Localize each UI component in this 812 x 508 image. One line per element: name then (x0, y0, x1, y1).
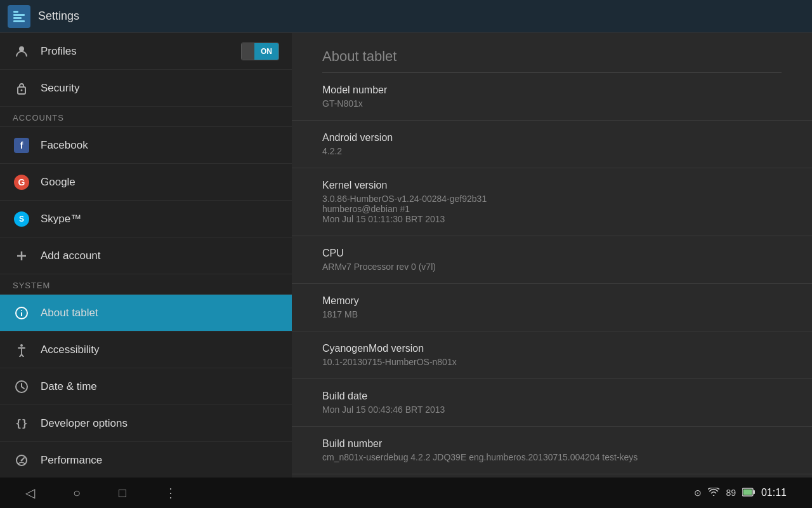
info-row-cpu: CPU ARMv7 Processor rev 0 (v7l) (292, 236, 812, 284)
add-account-icon (13, 247, 30, 265)
info-row-model: Model number GT-N801x (292, 73, 812, 121)
info-label-cpu: CPU (322, 248, 782, 259)
battery-percent: 89 (726, 488, 736, 498)
content-panel: About tablet Model number GT-N801x Andro… (292, 33, 812, 478)
about-tablet-icon (13, 304, 30, 322)
svg-point-4 (19, 46, 24, 51)
info-value-model: GT-N801x (322, 98, 782, 109)
bottombar: ◁ ○ □ ⋮ ⊙ 89 01:11 (0, 478, 812, 508)
date-time-label: Date & time (41, 380, 97, 393)
sidebar-item-profiles[interactable]: Profiles ON (0, 33, 292, 70)
performance-label: Performance (41, 454, 102, 467)
sidebar-item-developer[interactable]: {} Developer options (0, 405, 292, 442)
info-label-cyanogenmod: CyanogenMod version (322, 343, 782, 354)
toggle-off (242, 43, 254, 60)
add-account-label: Add account (41, 250, 101, 262)
info-label-model: Model number (322, 84, 782, 96)
sidebar-item-about-tablet[interactable]: About tablet (0, 295, 292, 331)
topbar: Settings (0, 0, 812, 33)
skype-icon: S (13, 210, 30, 228)
info-value-build-number: cm_n801x-userdebug 4.2.2 JDQ39E eng.humb… (322, 452, 782, 462)
info-label-android: Android version (322, 132, 782, 144)
facebook-icon: f (13, 137, 30, 154)
sidebar-item-performance[interactable]: Performance (0, 442, 292, 478)
sidebar-item-google[interactable]: G Google (0, 164, 292, 201)
info-row-memory: Memory 1817 MB (292, 284, 812, 331)
home-button[interactable]: ○ (73, 486, 81, 500)
facebook-label: Facebook (41, 139, 88, 152)
accounts-section-header: ACCOUNTS (0, 107, 292, 127)
sidebar-item-accessibility[interactable]: Accessibility (0, 331, 292, 368)
info-label-memory: Memory (322, 295, 782, 307)
info-label-kernel: Kernel version (322, 180, 782, 191)
developer-icon: {} (13, 415, 30, 432)
info-row-build-number: Build number cm_n801x-userdebug 4.2.2 JD… (292, 427, 812, 474)
profiles-toggle[interactable]: ON (241, 43, 279, 60)
svg-line-15 (22, 387, 24, 389)
status-time: 01:11 (761, 487, 787, 498)
info-row-android: Android version 4.2.2 (292, 121, 812, 168)
security-icon (13, 79, 30, 97)
info-value-cyanogenmod: 10.1-20130715-HumberOS-n801x (322, 357, 782, 367)
menu-button[interactable]: ⋮ (164, 485, 177, 500)
skype-label: Skype™ (41, 213, 81, 225)
profiles-icon (13, 43, 30, 60)
toggle-on: ON (254, 43, 278, 60)
info-value-cpu: ARMv7 Processor rev 0 (v7l) (322, 262, 782, 272)
info-value-android: 4.2.2 (322, 146, 782, 156)
svg-point-12 (20, 344, 23, 347)
sidebar-item-add-account[interactable]: Add account (0, 237, 292, 274)
info-row-kernel: Kernel version 3.0.86-HumberOS-v1.24-002… (292, 168, 812, 236)
info-label-build-date: Build date (322, 391, 782, 402)
sidebar-item-date-time[interactable]: Date & time (0, 368, 292, 405)
app-title: Settings (38, 10, 79, 23)
battery-icon (742, 488, 755, 498)
sidebar-item-security[interactable]: Security (0, 70, 292, 107)
svg-point-11 (21, 310, 22, 311)
svg-rect-19 (753, 490, 755, 494)
nav-buttons: ◁ ○ □ ⋮ (25, 485, 177, 500)
developer-label: Developer options (41, 417, 128, 430)
svg-point-6 (21, 89, 23, 91)
svg-point-17 (21, 459, 23, 461)
date-time-icon (13, 378, 30, 396)
accessibility-icon (13, 341, 30, 359)
info-value-build-date: Mon Jul 15 00:43:46 BRT 2013 (322, 404, 782, 415)
info-row-build-date: Build date Mon Jul 15 00:43:46 BRT 2013 (292, 379, 812, 427)
content-title: About tablet (292, 33, 812, 72)
sidebar-item-facebook[interactable]: f Facebook (0, 127, 292, 164)
svg-rect-20 (743, 489, 752, 495)
accessibility-label: Accessibility (41, 344, 100, 356)
google-icon: G (13, 173, 30, 191)
info-label-build-number: Build number (322, 438, 782, 450)
performance-icon (13, 451, 30, 469)
status-bar: ⊙ 89 01:11 (694, 487, 787, 498)
system-section-header: SYSTEM (0, 274, 292, 295)
profiles-label: Profiles (41, 45, 241, 58)
security-label: Security (41, 82, 79, 95)
svg-rect-2 (13, 17, 22, 19)
sidebar-item-skype[interactable]: S Skype™ (0, 201, 292, 237)
recents-button[interactable]: □ (119, 486, 126, 500)
sync-icon: ⊙ (694, 488, 702, 498)
sidebar: Profiles ON Security ACCOUNTS f (0, 33, 292, 478)
svg-rect-1 (13, 14, 25, 16)
svg-rect-0 (13, 11, 18, 13)
info-value-memory: 1817 MB (322, 309, 782, 319)
google-label: Google (41, 176, 75, 189)
main-layout: Profiles ON Security ACCOUNTS f (0, 33, 812, 478)
info-value-kernel: 3.0.86-HumberOS-v1.24-00284-gef92b31 hum… (322, 194, 782, 224)
app-icon (8, 5, 30, 28)
wifi-icon (708, 488, 719, 498)
back-button[interactable]: ◁ (25, 485, 35, 500)
info-row-cyanogenmod: CyanogenMod version 10.1-20130715-Humber… (292, 331, 812, 379)
about-tablet-label: About tablet (41, 307, 98, 319)
svg-rect-3 (13, 20, 25, 22)
